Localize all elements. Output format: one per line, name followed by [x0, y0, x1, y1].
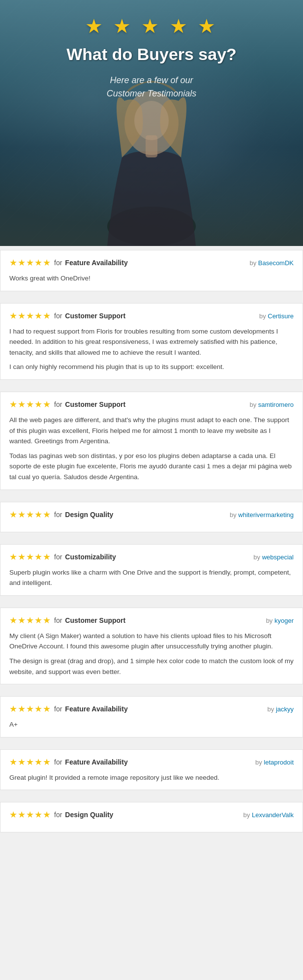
reviewer-name[interactable]: Certisure	[268, 312, 294, 320]
review-paragraph: I can only highly recommend his plugin t…	[9, 362, 294, 372]
review-body: All the web pages are different, and tha…	[9, 415, 294, 483]
review-header-left: ★★★★★ for Design Quality	[9, 509, 113, 520]
review-stars: ★★★★★	[9, 551, 51, 562]
reviews-container: ★★★★★ for Feature Availabilityby Basecom…	[0, 250, 303, 832]
review-paragraph: A+	[9, 719, 294, 730]
reviewer-name[interactable]: samtiromero	[258, 401, 294, 408]
review-stars: ★★★★★	[9, 615, 51, 626]
review-stars: ★★★★★	[9, 704, 51, 714]
review-paragraph: I had to request support from Floris for…	[9, 326, 294, 358]
review-byline: by letaprodoit	[255, 758, 294, 766]
by-label: by	[249, 401, 258, 408]
hero-stars: ★ ★ ★ ★ ★	[66, 15, 237, 37]
hero-subtitle-line2: Customer Testimonials	[107, 89, 196, 98]
review-byline: by BasecomDK	[249, 258, 294, 267]
review-header: ★★★★★ for Customer Supportby samtiromero	[9, 399, 294, 410]
review-byline: by LexvanderValk	[243, 810, 294, 819]
review-byline: by samtiromero	[249, 400, 294, 409]
review-category: Design Quality	[65, 811, 113, 819]
reviewer-name[interactable]: kyoger	[274, 617, 294, 624]
for-label: for	[54, 758, 62, 766]
review-paragraph: Works great with OneDrive!	[9, 273, 294, 284]
review-card: ★★★★★ for Customizabilityby webspecialSu…	[0, 544, 303, 596]
review-category: Customer Support	[65, 616, 125, 624]
card-divider	[0, 494, 303, 498]
reviewer-name[interactable]: whiterivermarketing	[238, 511, 294, 519]
review-paragraph: All the web pages are different, and tha…	[9, 415, 294, 447]
review-header: ★★★★★ for Customer Supportby Certisure	[9, 310, 294, 321]
review-header-left: ★★★★★ for Customer Support	[9, 615, 125, 626]
review-stars: ★★★★★	[9, 757, 51, 767]
review-body: My client (A Sign Maker) wanted a soluti…	[9, 631, 294, 677]
review-card: ★★★★★ for Customer Supportby kyogerMy cl…	[0, 608, 303, 684]
hero-subtitle: Here are a few of our Customer Testimoni…	[66, 74, 237, 100]
review-body: Works great with OneDrive!	[9, 273, 294, 284]
review-header: ★★★★★ for Design Qualityby whiterivermar…	[9, 509, 294, 520]
card-divider	[0, 384, 303, 388]
by-label: by	[249, 259, 258, 267]
review-header: ★★★★★ for Customizabilityby webspecial	[9, 551, 294, 562]
for-label: for	[54, 811, 62, 819]
review-header: ★★★★★ for Customer Supportby kyoger	[9, 615, 294, 626]
reviews-list: ★★★★★ for Feature Availabilityby Basecom…	[0, 250, 303, 832]
for-label: for	[54, 511, 62, 519]
card-divider	[0, 794, 303, 798]
by-label: by	[266, 617, 274, 624]
reviewer-name[interactable]: LexvanderValk	[252, 811, 294, 819]
review-byline: by jackyy	[268, 704, 294, 713]
review-stars: ★★★★★	[9, 310, 51, 321]
card-divider	[0, 536, 303, 540]
review-header-left: ★★★★★ for Customizability	[9, 551, 116, 562]
by-label: by	[255, 759, 264, 766]
review-card: ★★★★★ for Design Qualityby whiterivermar…	[0, 502, 303, 532]
review-card: ★★★★★ for Customer Supportby CertisureI …	[0, 303, 303, 380]
review-stars: ★★★★★	[9, 809, 51, 820]
for-label: for	[54, 312, 62, 320]
hero-content: ★ ★ ★ ★ ★ What do Buyers say? Here are a…	[66, 15, 237, 100]
review-header-left: ★★★★★ for Customer Support	[9, 310, 125, 321]
review-paragraph: Great plugin! It provided a remote image…	[9, 772, 294, 783]
card-divider	[0, 741, 303, 745]
review-card: ★★★★★ for Feature Availabilityby Basecom…	[0, 250, 303, 291]
by-label: by	[259, 312, 268, 320]
review-category: Design Quality	[65, 511, 113, 519]
review-header-left: ★★★★★ for Feature Availability	[9, 257, 128, 268]
review-header: ★★★★★ for Feature Availabilityby Basecom…	[9, 257, 294, 268]
review-category: Feature Availability	[65, 705, 127, 713]
review-body: I had to request support from Floris for…	[9, 326, 294, 372]
for-label: for	[54, 616, 62, 624]
review-card: ★★★★★ for Feature Availabilityby letapro…	[0, 749, 303, 791]
for-label: for	[54, 259, 62, 267]
hero-title: What do Buyers say?	[66, 45, 237, 64]
reviewer-name[interactable]: letaprodoit	[264, 759, 294, 766]
review-header-left: ★★★★★ for Design Quality	[9, 809, 113, 820]
by-label: by	[243, 811, 252, 819]
reviewer-name[interactable]: jackyy	[276, 705, 294, 713]
hero-subtitle-line1: Here are a few of our	[110, 75, 193, 85]
for-label: for	[54, 705, 62, 713]
review-body: Great plugin! It provided a remote image…	[9, 772, 294, 783]
review-paragraph: Superb plugin works like a charm with On…	[9, 567, 294, 588]
reviewer-name[interactable]: webspecial	[262, 553, 294, 561]
reviewer-name[interactable]: BasecomDK	[258, 259, 294, 267]
review-body: Superb plugin works like a charm with On…	[9, 567, 294, 588]
review-byline: by Certisure	[259, 311, 294, 320]
review-paragraph: Todas las paginas web son distintas, y p…	[9, 451, 294, 483]
review-stars: ★★★★★	[9, 257, 51, 268]
card-divider	[0, 688, 303, 692]
review-header: ★★★★★ for Feature Availabilityby letapro…	[9, 757, 294, 767]
review-byline: by webspecial	[253, 552, 294, 561]
hero-section: ★ ★ ★ ★ ★ What do Buyers say? Here are a…	[0, 0, 303, 246]
svg-point-3	[134, 101, 169, 140]
card-divider	[0, 295, 303, 299]
by-label: by	[268, 705, 276, 713]
by-label: by	[253, 553, 262, 561]
review-category: Customizability	[65, 553, 116, 561]
by-label: by	[230, 511, 238, 519]
review-stars: ★★★★★	[9, 509, 51, 520]
review-category: Feature Availability	[65, 259, 127, 267]
card-divider	[0, 600, 303, 604]
review-category: Feature Availability	[65, 758, 127, 766]
review-byline: by whiterivermarketing	[230, 510, 294, 519]
review-header: ★★★★★ for Design Qualityby LexvanderValk	[9, 809, 294, 820]
